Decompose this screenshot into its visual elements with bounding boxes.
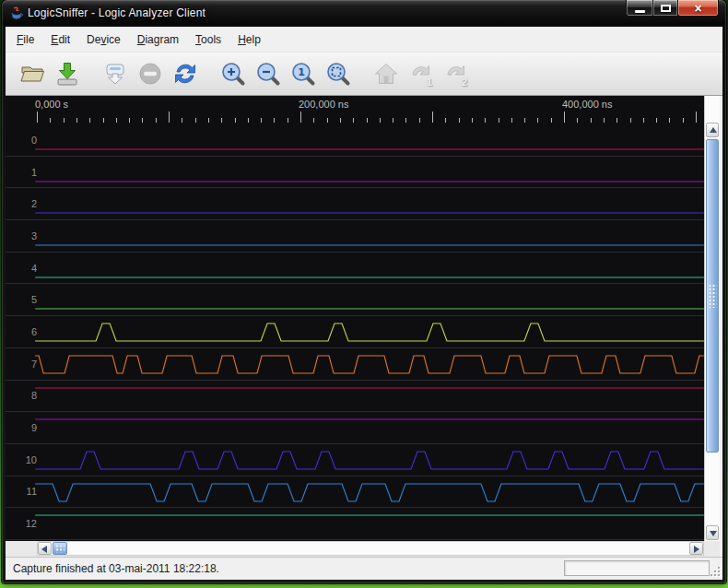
save-icon (54, 61, 80, 87)
channel-label: 8 (6, 381, 37, 412)
channel-waveform[interactable] (35, 412, 704, 444)
capture-screen-icon (102, 61, 128, 87)
cancel-capture-button[interactable] (135, 56, 166, 91)
channel-waveform[interactable] (35, 188, 704, 220)
menu-item-tools[interactable]: Tools (187, 29, 229, 50)
scroll-right-icon (694, 546, 699, 553)
channel-row-4: 4 (6, 253, 704, 285)
channel-waveform[interactable] (35, 508, 704, 540)
ruler-minor-tick (405, 118, 406, 123)
resize-grip[interactable] (709, 566, 721, 578)
ruler-minor-tick (195, 118, 196, 123)
save-project-button[interactable] (52, 56, 83, 91)
channel-waveform[interactable] (35, 316, 704, 348)
ruler-minor-tick (459, 118, 460, 123)
curved-arrow-icon: 2 (443, 61, 469, 87)
channel-waveform[interactable] (35, 348, 704, 381)
window-controls: × (627, 0, 719, 17)
ruler-minor-tick (156, 118, 157, 123)
scroll-up-icon (710, 127, 717, 133)
zoom-in-button[interactable] (217, 56, 249, 91)
open-project-button[interactable] (17, 56, 48, 91)
scroll-down-icon (710, 531, 717, 536)
channel-waveform[interactable] (35, 284, 704, 316)
svg-text:1: 1 (298, 66, 305, 78)
cursor-number-badge: 2 (462, 76, 467, 88)
channel-row-12: 12 (6, 508, 704, 540)
ruler-major-tick (564, 112, 565, 123)
minimize-button[interactable] (626, 0, 653, 17)
close-button[interactable]: × (677, 0, 719, 17)
stop-icon (137, 61, 163, 87)
channel-row-2: 2 (6, 188, 704, 220)
maximize-icon (661, 5, 671, 12)
minimize-icon (635, 10, 645, 13)
cursor-number-badge: 1 (427, 76, 432, 88)
horizontal-scrollbar-strip (6, 541, 720, 557)
ruler-minor-tick (643, 118, 644, 123)
menu-item-diagram[interactable]: Diagram (129, 29, 187, 50)
scroll-down-button[interactable] (706, 525, 719, 540)
show-capture-dialog-button[interactable] (100, 56, 131, 91)
horizontal-scrollbar[interactable] (37, 541, 704, 556)
title-bar[interactable]: LogicSniffer - Logic Analyzer Client × (2, 0, 726, 27)
ruler-major-tick (432, 112, 433, 123)
channel-row-8: 8 (6, 381, 704, 413)
close-icon: × (678, 1, 718, 16)
home-icon (373, 61, 399, 87)
ruler-minor-tick (604, 118, 605, 123)
zoom-default-button[interactable]: 1 (288, 56, 319, 91)
window-title: LogicSniffer - Logic Analyzer Client (28, 6, 205, 19)
repeat-capture-button[interactable] (170, 56, 201, 91)
menu-bar: FileEditDeviceDiagramToolsHelp (6, 27, 722, 53)
channel-waveform[interactable] (35, 253, 704, 285)
channel-row-6: 6 (6, 316, 704, 348)
zoom-fit-icon (325, 61, 351, 87)
ruler-minor-tick (499, 118, 499, 123)
zoom-fit-button[interactable] (323, 56, 354, 91)
channel-label: 11 (6, 476, 37, 508)
channel-label: 2 (6, 188, 37, 219)
horizontal-scroll-thumb[interactable] (53, 542, 67, 555)
channel-label: 4 (6, 253, 37, 284)
maximize-button[interactable] (652, 0, 678, 17)
ruler-minor-tick (630, 118, 631, 123)
channel-waveform[interactable] (35, 220, 704, 253)
channel-label: 10 (6, 444, 37, 476)
go-to-trigger-button[interactable] (370, 56, 402, 91)
scroll-right-button[interactable] (689, 542, 703, 555)
ruler-minor-tick (103, 118, 104, 123)
menu-item-file[interactable]: File (8, 29, 42, 50)
channel-waveform[interactable] (35, 124, 704, 157)
channel-label: 12 (6, 508, 37, 539)
ruler-time-label: 200,000 ns (299, 99, 348, 110)
ruler-minor-tick (511, 118, 512, 123)
waveform-area[interactable]: 0,000 s200,000 ns400,000 ns 012345678910… (6, 96, 704, 541)
channel-waveform[interactable] (35, 476, 704, 509)
channel-waveform[interactable] (35, 381, 704, 413)
channel-waveform[interactable] (35, 157, 704, 189)
folder-open-icon (19, 61, 45, 87)
go-to-cursor-1-button[interactable]: 1 (405, 56, 437, 91)
menu-item-edit[interactable]: Edit (42, 29, 78, 50)
go-to-cursor-2-button[interactable]: 2 (440, 56, 472, 91)
menu-item-help[interactable]: Help (229, 29, 269, 50)
menu-item-device[interactable]: Device (78, 29, 129, 50)
vertical-scrollbar[interactable] (704, 96, 720, 541)
ruler-major-tick (37, 112, 38, 123)
ruler-minor-tick (445, 118, 446, 123)
ruler-minor-tick (182, 118, 182, 123)
scroll-up-button[interactable] (706, 123, 719, 137)
channel-label: 6 (6, 316, 37, 347)
ruler-minor-tick (340, 118, 341, 123)
ruler-major-tick (169, 112, 170, 123)
ruler-minor-tick (472, 118, 473, 123)
zoom-out-button[interactable] (252, 56, 284, 91)
channel-label: 3 (6, 220, 37, 252)
status-text: Capture finished at 03-mai-2011 18:22:18… (13, 562, 219, 575)
vertical-scroll-thumb[interactable] (706, 139, 719, 453)
client-area: FileEditDeviceDiagramToolsHelp 112 0,000… (6, 27, 722, 580)
channel-waveform[interactable] (35, 444, 704, 476)
ruler-minor-tick (116, 118, 117, 123)
scroll-left-button[interactable] (38, 542, 52, 555)
